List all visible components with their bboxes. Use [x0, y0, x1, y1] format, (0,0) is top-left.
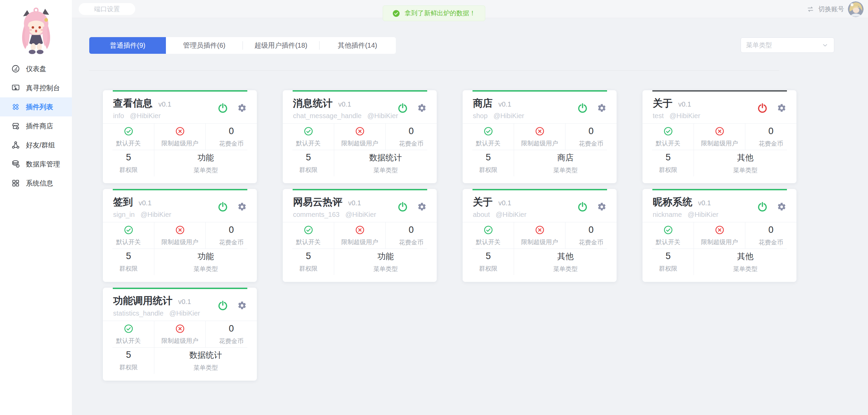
menu-type-value: 功能	[198, 152, 214, 163]
card-stats: 默认开关 限制超级用户 0 花费金币 5 群权限 其他 菜单类型	[642, 123, 796, 176]
stat-label-cost-gold: 花费金币	[399, 238, 423, 246]
cost-gold-value: 0	[588, 225, 593, 235]
plugin-card: 商店 v0.1 shop @HibiKier 默认开关 限制超级用户	[463, 90, 617, 183]
menu-type-value: 数据统计	[369, 152, 402, 163]
settings-gear-icon[interactable]	[597, 103, 606, 113]
x-circle-icon	[715, 126, 725, 136]
cost-gold-value: 0	[408, 126, 414, 137]
power-toggle-icon[interactable]	[217, 201, 229, 213]
plugin-module-name: statistics_handle	[113, 309, 164, 317]
sidebar-item-plugin-shop[interactable]: 插件商店	[0, 116, 72, 135]
power-toggle-icon[interactable]	[757, 102, 768, 114]
power-toggle-icon[interactable]	[577, 102, 588, 114]
plugin-title: 关于	[473, 195, 493, 209]
cost-gold-value: 0	[229, 126, 234, 137]
plugin-version: v0.1	[348, 199, 361, 207]
group-permission-value: 5	[126, 251, 131, 261]
settings-gear-icon[interactable]	[777, 202, 786, 211]
switch-account-button[interactable]: 切换账号	[806, 0, 864, 18]
x-circle-icon	[355, 225, 365, 235]
sidebar-item-zhenxun-console[interactable]: 真寻控制台	[0, 78, 72, 97]
sidebar-item-system-info[interactable]: 系统信息	[0, 174, 72, 193]
menu-type-value: 商店	[557, 152, 574, 163]
power-toggle-icon[interactable]	[397, 102, 408, 114]
plugin-card-grid: 查看信息 v0.1 info @HibiKier 默认开关 限制超级用户	[103, 90, 796, 381]
sidebar-item-database[interactable]: 数据库管理	[0, 155, 72, 174]
menu-type-value: 功能	[198, 251, 214, 262]
section-divider	[89, 70, 779, 71]
cost-gold-value: 0	[229, 225, 234, 235]
plugin-author: @HibiKier	[688, 211, 718, 219]
stat-label-default-switch: 默认开关	[476, 139, 500, 147]
monitor-icon	[11, 83, 20, 92]
plugin-module-name: sign_in	[113, 211, 135, 219]
settings-gear-icon[interactable]	[237, 103, 247, 113]
menu-type-select[interactable]: 菜单类型	[741, 37, 834, 53]
group-permission-value: 5	[666, 152, 671, 163]
success-toast: 拿到了新鲜出炉的数据！	[383, 5, 485, 21]
tab-label: 管理员插件(6)	[183, 41, 225, 50]
stat-label-limit-superuser: 限制超级用户	[701, 139, 738, 147]
power-toggle-icon[interactable]	[577, 201, 588, 213]
tab-other-plugins[interactable]: 其他插件(14)	[319, 37, 396, 54]
stat-label-menu-type: 菜单类型	[193, 166, 218, 174]
x-circle-icon	[175, 324, 185, 334]
stat-label-cost-gold: 花费金币	[219, 238, 244, 246]
plugin-title: 签到	[113, 195, 133, 209]
plugin-card: 关于 v0.1 test @HibiKier 默认开关 限制超级用户	[642, 90, 796, 183]
x-circle-icon	[715, 225, 725, 235]
stat-label-cost-gold: 花费金币	[579, 140, 603, 148]
plugin-module-name: nickname	[653, 211, 682, 219]
plugin-title: 查看信息	[113, 97, 153, 110]
card-header: 查看信息 v0.1 info @HibiKier	[103, 90, 257, 123]
sidebar-item-dashboard[interactable]: 仪表盘	[0, 59, 72, 78]
stat-label-default-switch: 默认开关	[656, 238, 680, 246]
plugin-card: 关于 v0.1 about @HibiKier 默认开关 限制超级用户	[463, 189, 617, 282]
plugin-title: 关于	[653, 97, 672, 110]
stat-label-cost-gold: 花费金币	[399, 140, 423, 148]
plugin-title: 消息统计	[293, 97, 332, 110]
plugin-version: v0.1	[158, 100, 171, 108]
menu-type-value: 功能	[377, 251, 394, 262]
settings-gear-icon[interactable]	[597, 202, 606, 211]
tab-superuser-plugins[interactable]: 超级用户插件(18)	[243, 37, 319, 54]
power-toggle-icon[interactable]	[397, 201, 408, 213]
user-avatar[interactable]	[848, 1, 864, 17]
success-check-icon	[392, 10, 400, 17]
group-permission-value: 5	[666, 251, 671, 261]
plugin-module-name: shop	[473, 112, 487, 120]
port-settings-input[interactable]	[79, 3, 135, 15]
tab-normal-plugins[interactable]: 普通插件(9)	[89, 37, 166, 54]
tab-admin-plugins[interactable]: 管理员插件(6)	[166, 37, 243, 54]
plugin-version: v0.1	[338, 100, 351, 108]
settings-gear-icon[interactable]	[777, 103, 786, 113]
settings-gear-icon[interactable]	[417, 202, 427, 211]
sidebar-item-friends-groups[interactable]: 好友/群组	[0, 135, 72, 155]
stat-label-default-switch: 默认开关	[116, 337, 141, 345]
stat-label-limit-superuser: 限制超级用户	[341, 238, 378, 246]
power-toggle-icon[interactable]	[217, 300, 229, 312]
card-header: 签到 v0.1 sign_in @HibiKier	[103, 189, 257, 222]
x-circle-icon	[175, 126, 185, 136]
settings-gear-icon[interactable]	[237, 301, 247, 310]
stat-label-default-switch: 默认开关	[116, 139, 141, 147]
plugin-card: 昵称系统 v0.1 nickname @HibiKier 默认开关 限制	[642, 189, 796, 282]
storefront-icon	[11, 122, 20, 130]
settings-gear-icon[interactable]	[417, 103, 427, 113]
plugin-module-name: info	[113, 112, 124, 120]
card-header: 昵称系统 v0.1 nickname @HibiKier	[642, 189, 796, 222]
stat-label-group-permission: 群权限	[299, 166, 317, 174]
check-circle-icon	[304, 225, 313, 235]
sidebar-item-plugin-list[interactable]: 插件列表	[0, 97, 72, 116]
plugin-module-name: about	[473, 211, 490, 219]
power-toggle-icon[interactable]	[217, 102, 229, 114]
stat-label-default-switch: 默认开关	[476, 238, 500, 246]
power-toggle-icon[interactable]	[757, 201, 768, 213]
tab-label: 超级用户插件(18)	[254, 41, 308, 50]
settings-gear-icon[interactable]	[237, 202, 247, 211]
menu-type-value: 其他	[557, 251, 574, 262]
group-permission-value: 5	[126, 152, 131, 163]
stat-label-cost-gold: 花费金币	[579, 238, 603, 246]
toast-message: 拿到了新鲜出炉的数据！	[405, 9, 476, 18]
bot-logo-illustration	[11, 5, 61, 56]
